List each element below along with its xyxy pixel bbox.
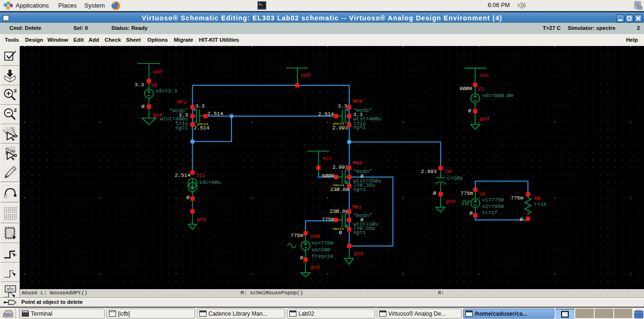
svg-text:775m: 775m (461, 191, 474, 196)
svg-text:2.514: 2.514 (318, 111, 334, 117)
svg-text:I11: I11 (196, 173, 206, 178)
svg-text:3.3: 3.3 (134, 82, 144, 88)
svg-text:ng=1: ng=1 (176, 125, 188, 131)
svg-text:Ø: Ø (186, 195, 189, 201)
svg-text:Ø: Ø (519, 217, 523, 222)
svg-text:23Ø.6m: 23Ø.6m (330, 187, 349, 192)
svg-text:r=1K: r=1K (534, 201, 547, 207)
svg-text:V9: V9 (479, 191, 485, 197)
svg-text:gnd: gnd (354, 251, 363, 256)
svg-text:v2=795m: v2=795m (482, 204, 504, 210)
svg-text:va=2Øm: va=2Øm (312, 247, 331, 253)
svg-text:MPØ: MPØ (353, 99, 362, 104)
svg-text:MP2: MP2 (177, 100, 187, 105)
svg-text:Ø: Ø (339, 230, 342, 236)
svg-text:MN1: MN1 (352, 204, 362, 210)
svg-text:ng=1: ng=1 (353, 125, 366, 130)
svg-text:2.514: 2.514 (207, 111, 223, 117)
svg-text:vdc=3.3: vdc=3.3 (155, 88, 177, 94)
svg-text:ng=1: ng=1 (353, 187, 366, 192)
svg-text:gnd: gnd (197, 217, 206, 222)
svg-text:2: 2 (14, 88, 17, 94)
svg-text:2.993: 2.993 (332, 164, 348, 170)
svg-text:Ø: Ø (469, 210, 473, 216)
svg-text:775m: 775m (291, 233, 304, 238)
svg-text:vdc=8ØØ.Øm: vdc=8ØØ.Øm (482, 93, 513, 99)
svg-text:VØ: VØ (151, 82, 158, 88)
svg-text:v1=775m: v1=775m (482, 197, 504, 203)
svg-text:gnd: gnd (480, 116, 489, 122)
svg-text:CØ: CØ (445, 169, 452, 174)
svg-text:RØ: RØ (534, 196, 541, 201)
svg-text:gnd: gnd (446, 199, 455, 204)
svg-text:abc: abc (7, 287, 15, 292)
svg-text:tr=1f: tr=1f (482, 210, 498, 216)
svg-text:2.514: 2.514 (175, 173, 190, 178)
svg-text:nmos4: nmos4 (332, 227, 344, 231)
svg-text:Ø: Ø (300, 255, 303, 261)
svg-text:vo=775m: vo=775m (312, 240, 334, 246)
svg-text:MNØ: MNØ (353, 160, 362, 166)
svg-text:gnd: gnd (310, 264, 320, 270)
svg-text:8ØØm: 8ØØm (322, 173, 335, 179)
svg-text:vdd: vdd (152, 69, 162, 75)
svg-text:V1Ø: V1Ø (310, 234, 320, 239)
svg-text:23Ø.6m: 23Ø.6m (330, 209, 349, 214)
svg-text:Ø: Ø (433, 191, 436, 196)
svg-text:Ø: Ø (141, 104, 144, 109)
svg-text:vcc: vcc (480, 73, 489, 78)
svg-text:775m: 775m (322, 217, 335, 222)
svg-text:vdd: vdd (301, 73, 310, 78)
svg-text:3.3: 3.3 (338, 103, 347, 109)
svg-text:2.993: 2.993 (332, 125, 348, 131)
svg-text:2: 2 (14, 108, 17, 113)
svg-text:V2: V2 (478, 86, 484, 92)
svg-text:Ø: Ø (468, 108, 471, 114)
svg-text:ng=1: ng=1 (353, 230, 366, 236)
svg-text:8ØØm: 8ØØm (460, 86, 473, 91)
svg-text:freq=1K: freq=1K (312, 254, 334, 259)
svg-text:2.514: 2.514 (194, 125, 209, 131)
svg-text:idc=8Øu: idc=8Øu (199, 180, 221, 185)
svg-text:3.3: 3.3 (195, 103, 205, 109)
svg-text:c=1Øp: c=1Øp (447, 175, 463, 181)
svg-text:vcc: vcc (322, 155, 332, 161)
svg-text:775m: 775m (511, 195, 524, 201)
svg-text:2.993: 2.993 (421, 169, 437, 174)
